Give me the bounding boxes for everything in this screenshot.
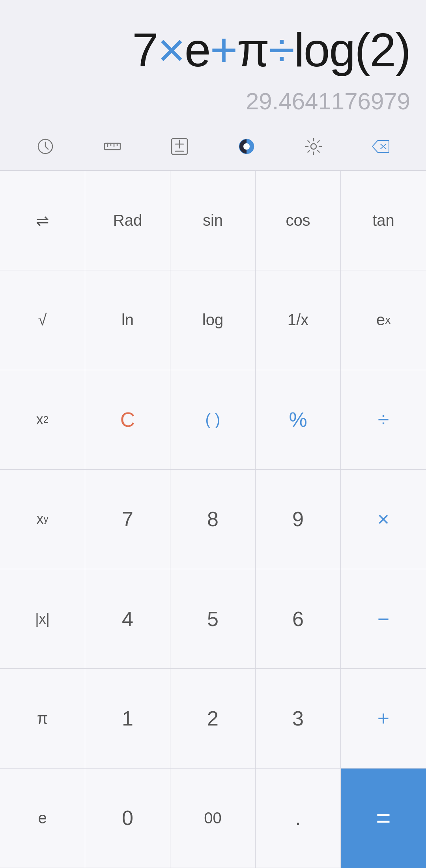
eight-key[interactable]: 8 — [170, 470, 256, 569]
decimal-key[interactable]: . — [256, 769, 341, 868]
inverse-key[interactable]: 1/x — [256, 270, 341, 370]
ln-key[interactable]: ln — [85, 270, 170, 370]
one-key[interactable]: 1 — [85, 669, 170, 768]
abs-key[interactable]: |x| — [0, 569, 85, 669]
svg-point-11 — [243, 143, 250, 150]
settings-button[interactable] — [298, 131, 329, 162]
ruler-button[interactable] — [97, 131, 128, 162]
five-key[interactable]: 5 — [170, 569, 256, 669]
log-key[interactable]: log — [170, 270, 256, 370]
keypad: ⇌ Rad sin cos tan √ ln log 1/x ex x2 C (… — [0, 171, 426, 868]
svg-point-12 — [311, 144, 316, 149]
svg-rect-1 — [105, 143, 120, 150]
toolbar — [0, 123, 426, 171]
rad-key[interactable]: Rad — [85, 171, 170, 270]
nine-key[interactable]: 9 — [256, 470, 341, 569]
two-key[interactable]: 2 — [170, 669, 256, 768]
cos-key[interactable]: cos — [256, 171, 341, 270]
three-key[interactable]: 3 — [256, 669, 341, 768]
exp-key[interactable]: ex — [341, 270, 426, 370]
backspace-button[interactable] — [365, 131, 396, 162]
divide-op: ÷ — [269, 23, 294, 76]
sqrt-key[interactable]: √ — [0, 270, 85, 370]
shift-key[interactable]: ⇌ — [0, 171, 85, 270]
euler-key[interactable]: e — [0, 769, 85, 868]
theme-button[interactable] — [231, 131, 262, 162]
multiply-op: × — [158, 23, 185, 76]
sin-key[interactable]: sin — [170, 171, 256, 270]
parentheses-key[interactable]: ( ) — [170, 370, 256, 470]
square-key[interactable]: x2 — [0, 370, 85, 470]
expression-display: 7×e+π÷log(2) — [16, 24, 410, 76]
multiply-key[interactable]: × — [341, 470, 426, 569]
subtract-key[interactable]: − — [341, 569, 426, 669]
percent-key[interactable]: % — [256, 370, 341, 470]
add-key[interactable]: + — [341, 669, 426, 768]
result-display: 29.4641176979 — [16, 88, 410, 115]
history-button[interactable] — [30, 131, 61, 162]
display-area: 7×e+π÷log(2) 29.4641176979 — [0, 0, 426, 123]
plusminus-button[interactable] — [164, 131, 195, 162]
double-zero-key[interactable]: 00 — [170, 769, 256, 868]
equals-key[interactable]: = — [341, 769, 426, 868]
divide-key[interactable]: ÷ — [341, 370, 426, 470]
add-op: + — [210, 23, 237, 76]
seven-key[interactable]: 7 — [85, 470, 170, 569]
six-key[interactable]: 6 — [256, 569, 341, 669]
power-key[interactable]: xy — [0, 470, 85, 569]
tan-key[interactable]: tan — [341, 171, 426, 270]
pi-key[interactable]: π — [0, 669, 85, 768]
zero-key[interactable]: 0 — [85, 769, 170, 868]
four-key[interactable]: 4 — [85, 569, 170, 669]
clear-key[interactable]: C — [85, 370, 170, 470]
